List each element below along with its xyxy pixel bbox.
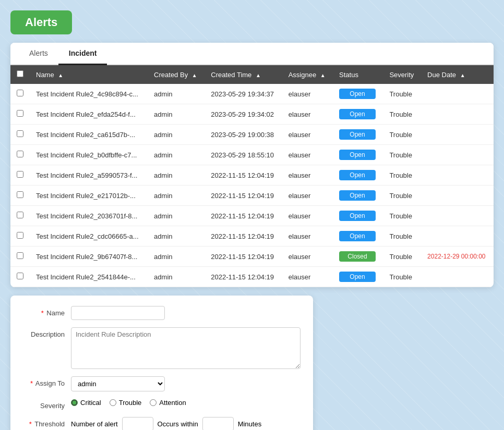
col-due-date[interactable]: Due Date ▲ xyxy=(421,65,494,84)
table-row: Test Incident Rule2_9b67407f-8...admin20… xyxy=(10,247,494,267)
row-created-time: 2022-11-15 12:04:19 xyxy=(205,186,282,206)
row-created-time: 2022-11-15 12:04:19 xyxy=(205,206,282,226)
severity-attention[interactable]: Attention xyxy=(150,399,186,407)
tab-incident[interactable]: Incident xyxy=(58,43,107,65)
row-assignee: elauser xyxy=(282,125,333,145)
table-row: Test Incident Rule2_b0dfbffe-c7...admin2… xyxy=(10,145,494,165)
assign-to-select[interactable]: admin elauser xyxy=(71,376,165,391)
col-created-by[interactable]: Created By ▲ xyxy=(148,65,205,84)
row-assignee: elauser xyxy=(282,104,333,125)
row-due-date xyxy=(421,226,494,247)
severity-row: Severity Critical Trouble Attention xyxy=(23,399,301,410)
status-badge: Closed xyxy=(339,251,376,262)
row-name: Test Incident Rule2_ca615d7b-... xyxy=(30,125,148,145)
row-created-by: admin xyxy=(148,226,205,247)
row-assignee: elauser xyxy=(282,84,333,104)
row-assignee: elauser xyxy=(282,186,333,206)
row-created-time: 2022-11-15 12:04:19 xyxy=(205,247,282,267)
severity-attention-radio[interactable] xyxy=(150,399,157,406)
severity-options: Critical Trouble Attention xyxy=(71,399,301,407)
severity-critical-radio[interactable] xyxy=(71,399,78,406)
col-status: Status xyxy=(333,65,383,84)
row-severity: Trouble xyxy=(383,165,421,186)
name-sort-icon: ▲ xyxy=(58,72,63,78)
assign-required-star: * xyxy=(30,379,33,387)
row-created-time: 2023-05-29 19:34:02 xyxy=(205,104,282,125)
row-created-by: admin xyxy=(148,247,205,267)
row-created-time: 2022-11-15 12:04:19 xyxy=(205,165,282,186)
row-assignee: elauser xyxy=(282,247,333,267)
row-status: Open xyxy=(333,186,383,206)
row-status: Open xyxy=(333,125,383,145)
row-name: Test Incident Rule2_9b67407f-8... xyxy=(30,247,148,267)
row-checkbox[interactable] xyxy=(17,191,23,198)
col-assignee[interactable]: Assignee ▲ xyxy=(282,65,333,84)
row-severity: Trouble xyxy=(383,267,421,287)
row-checkbox[interactable] xyxy=(17,232,23,239)
table-row: Test Incident Rule2_efda254d-f...admin20… xyxy=(10,104,494,125)
row-created-time: 2023-05-29 19:00:38 xyxy=(205,125,282,145)
row-created-time: 2022-11-15 12:04:19 xyxy=(205,226,282,247)
severity-trouble[interactable]: Trouble xyxy=(110,399,142,407)
row-checkbox[interactable] xyxy=(17,110,23,117)
row-checkbox[interactable] xyxy=(17,151,23,157)
row-severity: Trouble xyxy=(383,186,421,206)
name-input[interactable] xyxy=(71,306,165,320)
row-created-by: admin xyxy=(148,104,205,125)
select-all-checkbox[interactable] xyxy=(17,70,23,77)
row-created-by: admin xyxy=(148,165,205,186)
row-name: Test Incident Rule2_a5990573-f... xyxy=(30,165,148,186)
status-badge: Open xyxy=(339,272,376,282)
threshold-number-input[interactable] xyxy=(122,417,153,430)
severity-trouble-radio[interactable] xyxy=(110,399,116,406)
row-status: Open xyxy=(333,165,383,186)
row-checkbox[interactable] xyxy=(17,171,23,178)
tabs-bar: Alerts Incident xyxy=(10,43,494,65)
row-name: Test Incident Rule2_efda254d-f... xyxy=(30,104,148,125)
row-created-by: admin xyxy=(148,267,205,287)
threshold-controls: Number of alert Occurs within Minutes xyxy=(71,417,301,430)
description-label: Description xyxy=(23,327,65,338)
row-created-by: admin xyxy=(148,84,205,104)
description-row: Description xyxy=(23,327,301,369)
severity-critical[interactable]: Critical xyxy=(71,399,101,407)
row-assignee: elauser xyxy=(282,145,333,165)
tab-alerts[interactable]: Alerts xyxy=(19,43,58,65)
assign-to-row: * Assign To admin elauser xyxy=(23,376,301,391)
severity-label: Severity xyxy=(23,399,65,410)
table-row: Test Incident Rule2_4c98c894-c...admin20… xyxy=(10,84,494,104)
severity-critical-label: Critical xyxy=(80,399,101,407)
col-name[interactable]: Name ▲ xyxy=(30,65,148,84)
status-badge: Open xyxy=(339,109,376,119)
row-checkbox[interactable] xyxy=(17,252,23,259)
col-created-time[interactable]: Created Time ▲ xyxy=(205,65,282,84)
row-severity: Trouble xyxy=(383,247,421,267)
row-severity: Trouble xyxy=(383,206,421,226)
status-badge: Open xyxy=(339,89,376,99)
row-status: Closed xyxy=(333,247,383,267)
row-created-by: admin xyxy=(148,125,205,145)
main-card: Alerts Incident Name ▲ Created By ▲ Crea… xyxy=(10,43,494,287)
row-checkbox[interactable] xyxy=(17,212,23,218)
description-textarea[interactable] xyxy=(71,327,301,369)
row-created-time: 2023-05-29 18:55:10 xyxy=(205,145,282,165)
row-severity: Trouble xyxy=(383,104,421,125)
row-due-date xyxy=(421,125,494,145)
table-row: Test Incident Rule2_ca615d7b-...admin202… xyxy=(10,125,494,145)
row-status: Open xyxy=(333,206,383,226)
col-checkbox xyxy=(10,65,30,84)
assignee-sort-icon: ▲ xyxy=(320,72,326,78)
threshold-within-input[interactable] xyxy=(202,417,234,430)
table-row: Test Incident Rule2_2541844e-...admin202… xyxy=(10,267,494,287)
row-checkbox[interactable] xyxy=(17,273,23,279)
row-due-date xyxy=(421,186,494,206)
table-row: Test Incident Rule2_e217012b-...admin202… xyxy=(10,186,494,206)
row-checkbox[interactable] xyxy=(17,130,23,137)
row-due-date xyxy=(421,145,494,165)
status-badge: Open xyxy=(339,150,376,160)
row-severity: Trouble xyxy=(383,84,421,104)
row-status: Open xyxy=(333,104,383,125)
name-label: * Name xyxy=(23,306,65,317)
row-checkbox[interactable] xyxy=(17,90,23,96)
incident-rule-form: * Name Description * Assign To admin ela… xyxy=(10,296,313,430)
